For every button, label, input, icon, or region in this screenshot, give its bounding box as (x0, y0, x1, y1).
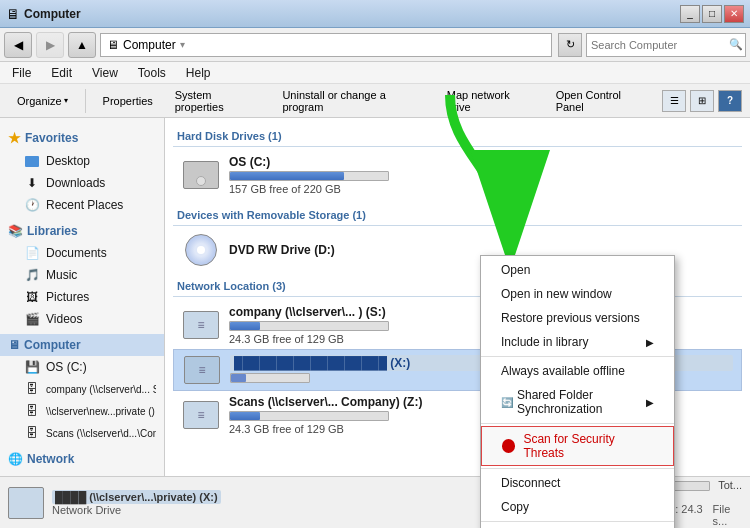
drive-progress-c (229, 171, 389, 181)
sidebar-item-documents[interactable]: 📄 Documents (0, 242, 164, 264)
music-icon: 🎵 (24, 267, 40, 283)
sidebar-item-recent[interactable]: 🕐 Recent Places (0, 194, 164, 216)
sidebar-item-music[interactable]: 🎵 Music (0, 264, 164, 286)
menu-edit[interactable]: Edit (43, 64, 80, 82)
toolbar-right: ☰ ⊞ ? (662, 90, 742, 112)
sidebar-item-z[interactable]: 🗄 Scans (\\clserver\d...\Company) (Z:) (0, 422, 164, 444)
organize-arrow: ▾ (64, 96, 68, 105)
sidebar-item-videos[interactable]: 🎬 Videos (0, 308, 164, 330)
title-bar: 🖥 Computer _ □ ✕ (0, 0, 750, 28)
window-icon: 🖥 (6, 6, 20, 22)
menu-view[interactable]: View (84, 64, 126, 82)
control-panel-button[interactable]: Open Control Panel (547, 85, 658, 117)
hard-disk-header: Hard Disk Drives (1) (173, 126, 742, 147)
drive-progress-z (229, 411, 389, 421)
status-filesystem: File s... (713, 503, 742, 527)
libraries-icon: 📚 (8, 224, 23, 238)
search-icon: 🔍 (729, 38, 743, 51)
c-drive-icon: 💾 (24, 359, 40, 375)
star-icon: ★ (8, 130, 21, 146)
drive-progress-fill-c (230, 172, 344, 180)
sidebar-favorites-section: ★ Favorites Desktop ⬇ Downloads 🕐 Recent… (0, 126, 164, 216)
drive-progress-fill-x (231, 374, 246, 382)
ctx-sep-1 (481, 356, 674, 357)
organize-button[interactable]: Organize ▾ (8, 91, 77, 111)
removable-header: Devices with Removable Storage (1) (173, 205, 742, 226)
search-input[interactable] (591, 39, 729, 51)
refresh-button[interactable]: ↻ (558, 33, 582, 57)
menu-help[interactable]: Help (178, 64, 219, 82)
sidebar-item-pictures[interactable]: 🖼 Pictures (0, 286, 164, 308)
drive-name-c: OS (C:) (229, 155, 734, 169)
ctx-disconnect[interactable]: Disconnect (481, 471, 674, 495)
downloads-icon: ⬇ (24, 175, 40, 191)
sidebar-item-s[interactable]: 🗄 company (\\clserver\d... S:) (0, 378, 164, 400)
library-submenu-arrow: ▶ (646, 337, 654, 348)
ctx-open-new-window[interactable]: Open in new window (481, 282, 674, 306)
sync-icon: 🔄 (501, 397, 513, 408)
address-path-text: Computer (123, 38, 176, 52)
window-title: Computer (24, 7, 680, 21)
dvd-drive-icon (181, 234, 221, 266)
videos-icon: 🎬 (24, 311, 40, 327)
uninstall-button[interactable]: Uninstall or change a program (273, 85, 433, 117)
ctx-shared-folder-sync[interactable]: 🔄 Shared Folder Synchronization ▶ (481, 383, 674, 421)
up-button[interactable]: ▲ (68, 32, 96, 58)
ctx-copy[interactable]: Copy (481, 495, 674, 519)
documents-icon: 📄 (24, 245, 40, 261)
recent-icon: 🕐 (24, 197, 40, 213)
ctx-open[interactable]: Open (481, 258, 674, 282)
pictures-icon: 🖼 (24, 289, 40, 305)
desktop-icon (24, 153, 40, 169)
menu-file[interactable]: File (4, 64, 39, 82)
sidebar-computer-group[interactable]: 🖥 Computer (0, 334, 164, 356)
sync-submenu-arrow: ▶ (646, 397, 654, 408)
close-button[interactable]: ✕ (724, 5, 744, 23)
restore-button[interactable]: □ (702, 5, 722, 23)
sidebar-item-desktop[interactable]: Desktop (0, 150, 164, 172)
menu-tools[interactable]: Tools (130, 64, 174, 82)
toolbar: Organize ▾ Properties System properties … (0, 84, 750, 118)
context-menu: Open Open in new window Restore previous… (480, 255, 675, 528)
menu-bar: File Edit View Tools Help (0, 62, 750, 84)
ctx-include-library[interactable]: Include in library ▶ (481, 330, 674, 354)
address-path[interactable]: 🖥 Computer ▾ (100, 33, 552, 57)
net-z-icon (181, 399, 221, 431)
properties-button[interactable]: Properties (94, 91, 162, 111)
ctx-sep-2 (481, 423, 674, 424)
network-icon: 🌐 (8, 452, 23, 466)
minimize-button[interactable]: _ (680, 5, 700, 23)
sidebar-item-downloads[interactable]: ⬇ Downloads (0, 172, 164, 194)
view-list-button[interactable]: ☰ (662, 90, 686, 112)
x-drive-icon: 🗄 (24, 403, 40, 419)
hd-drive-icon (181, 159, 221, 191)
sidebar-libraries-section: 📚 Libraries 📄 Documents 🎵 Music 🖼 Pictur… (0, 220, 164, 330)
forward-button[interactable]: ▶ (36, 32, 64, 58)
s-drive-icon: 🗄 (24, 381, 40, 397)
view-grid-button[interactable]: ⊞ (690, 90, 714, 112)
drive-item-c[interactable]: OS (C:) 157 GB free of 220 GB (173, 151, 742, 199)
title-bar-controls: _ □ ✕ (680, 5, 744, 23)
sidebar-item-x[interactable]: 🗄 \\clserver\new...private () (0, 400, 164, 422)
system-properties-button[interactable]: System properties (166, 85, 270, 117)
help-button[interactable]: ? (718, 90, 742, 112)
ctx-restore-versions[interactable]: Restore previous versions (481, 306, 674, 330)
map-network-button[interactable]: Map network drive (438, 85, 543, 117)
address-bar: ◀ ▶ ▲ 🖥 Computer ▾ ↻ 🔍 (0, 28, 750, 62)
ctx-create-shortcut[interactable]: Create shortcut (481, 524, 674, 528)
security-threat-icon (502, 439, 515, 453)
back-button[interactable]: ◀ (4, 32, 32, 58)
sidebar-computer-section: 🖥 Computer 💾 OS (C:) 🗄 company (\\clserv… (0, 334, 164, 444)
sidebar-network-group[interactable]: 🌐 Network (0, 448, 164, 470)
organize-label: Organize (17, 95, 62, 107)
sidebar-libraries-group: 📚 Libraries (0, 220, 164, 242)
drive-progress-s (229, 321, 389, 331)
sidebar-item-c[interactable]: 💾 OS (C:) (0, 356, 164, 378)
sidebar-network-section: 🌐 Network (0, 448, 164, 470)
sidebar: ★ Favorites Desktop ⬇ Downloads 🕐 Recent… (0, 118, 165, 476)
ctx-sep-3 (481, 468, 674, 469)
ctx-scan-security[interactable]: Scan for Security Threats (481, 426, 674, 466)
net-x-icon (182, 354, 222, 386)
toolbar-sep-1 (85, 89, 86, 113)
ctx-available-offline[interactable]: Always available offline (481, 359, 674, 383)
